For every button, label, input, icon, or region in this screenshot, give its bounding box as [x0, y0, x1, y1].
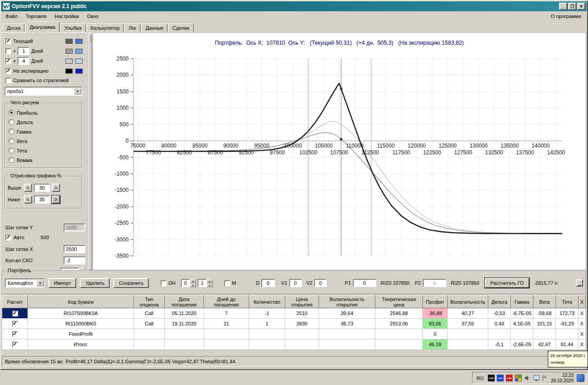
col-header-vega[interactable]: Вега: [533, 296, 556, 308]
grid-step-x-input[interactable]: [64, 245, 85, 253]
flag-icon[interactable]: [542, 375, 548, 381]
spin-down-icon[interactable]: [190, 283, 196, 287]
col-header-calc[interactable]: Расчет: [2, 296, 28, 308]
tab-dannye[interactable]: Данные: [141, 23, 167, 32]
col-header-quantity[interactable]: Количество: [249, 296, 285, 308]
lav-blue-icon[interactable]: LAV: [497, 375, 504, 381]
col-header-days-left[interactable]: Дней до погашения: [204, 296, 249, 308]
dh-checkbox[interactable]: [161, 280, 167, 286]
plus1-color-swatch-1[interactable]: [65, 49, 73, 54]
radio-row-profit[interactable]: Прибыль: [9, 108, 82, 117]
d-input[interactable]: [261, 279, 275, 287]
dh-spin1-input[interactable]: [181, 279, 190, 287]
plus1-days-checkbox[interactable]: [5, 48, 11, 54]
menu-trade[interactable]: Торговля: [22, 12, 51, 21]
current-color-swatch-1[interactable]: [65, 39, 73, 44]
lav-black-icon[interactable]: LAV: [488, 375, 495, 381]
menu-settings[interactable]: Настройки: [51, 12, 83, 21]
col-header-type[interactable]: Тип опциона: [134, 296, 165, 308]
speaker-icon[interactable]: [524, 375, 531, 381]
sko-count-input[interactable]: [64, 256, 85, 264]
plus4-days-checkbox[interactable]: [5, 58, 11, 64]
col-header-theta[interactable]: Тета: [556, 296, 579, 308]
row-calc-cell[interactable]: [2, 308, 28, 319]
tab-sdelki[interactable]: Сделки: [168, 23, 194, 32]
close-button[interactable]: ✕: [577, 3, 585, 10]
vomma-radio[interactable]: [9, 157, 14, 163]
v1-input[interactable]: [289, 279, 302, 287]
theta-radio[interactable]: [9, 148, 14, 153]
m-checkbox[interactable]: [224, 280, 230, 286]
tab-diagramma[interactable]: Диаграмма: [25, 22, 59, 32]
row-delete-button[interactable]: Х: [579, 339, 586, 350]
radio-row-vega[interactable]: Вега: [9, 136, 82, 146]
tab-kalkulyator[interactable]: Калькулятор: [87, 23, 124, 32]
below-increase-button[interactable]: >: [52, 195, 60, 204]
plus4-color-swatch-2[interactable]: [75, 59, 83, 64]
expiration-color-swatch-2[interactable]: [75, 69, 83, 74]
radio-row-theta[interactable]: Тета: [9, 146, 82, 155]
p2-input[interactable]: [423, 279, 446, 287]
dh-spinner-2[interactable]: [198, 279, 213, 287]
tab-doska[interactable]: Доска: [3, 23, 24, 32]
v2-input[interactable]: [314, 279, 327, 287]
menu-file[interactable]: Файл: [1, 12, 22, 21]
auto-checkbox[interactable]: [5, 235, 11, 241]
row-calc-checkbox[interactable]: [12, 342, 18, 348]
plus4-color-swatch-1[interactable]: [65, 59, 73, 64]
row-delete-button[interactable]: Х: [579, 319, 586, 329]
profit-radio[interactable]: [9, 110, 14, 116]
current-line-checkbox[interactable]: [5, 38, 11, 44]
save-button[interactable]: Сохранить: [113, 278, 149, 288]
days-count-input[interactable]: [60, 268, 79, 270]
col-header-open-price[interactable]: Цена открытия: [285, 296, 319, 308]
spin-up-icon[interactable]: [190, 279, 196, 283]
panel-splitter[interactable]: [88, 33, 92, 270]
plus1-days-input[interactable]: [18, 47, 29, 55]
row-delete-button[interactable]: Х: [579, 308, 586, 319]
col-header-volatility[interactable]: Волатильность: [448, 296, 488, 308]
lav-red-icon[interactable]: LAV: [506, 375, 513, 381]
row-calc-checkbox[interactable]: [12, 331, 18, 337]
import-button[interactable]: Импорт: [48, 278, 76, 288]
strategy-select[interactable]: проба1 ▼: [5, 87, 82, 96]
above-decrease-button[interactable]: <: [24, 184, 32, 192]
above-increase-button[interactable]: >: [52, 184, 60, 192]
restore-button[interactable]: ❐: [568, 3, 576, 10]
col-header-theo-price[interactable]: Теоретическая цена: [375, 296, 423, 308]
tab-ulybka[interactable]: Улыбка: [60, 23, 86, 32]
col-header-profit[interactable]: Профит: [423, 296, 448, 308]
radio-row-gamma[interactable]: Гамма: [9, 127, 82, 136]
expiration-color-swatch-1[interactable]: [65, 69, 73, 74]
chevron-down-icon[interactable]: ▼: [74, 88, 81, 94]
col-header-gamma[interactable]: Гамма: [511, 296, 533, 308]
row-calc-cell[interactable]: [2, 339, 28, 350]
delta-radio[interactable]: [9, 119, 14, 125]
radio-row-delta[interactable]: Дельта: [9, 117, 82, 127]
below-decrease-button[interactable]: <: [24, 195, 32, 204]
menu-about[interactable]: О программе: [546, 12, 587, 21]
p1-input[interactable]: [353, 279, 376, 287]
col-header-delta[interactable]: Дельта: [488, 296, 511, 308]
radio-row-vomma[interactable]: Вомма: [9, 155, 82, 165]
minimize-button[interactable]: _: [559, 3, 567, 10]
days-count-spinner[interactable]: [79, 268, 85, 270]
taskbar[interactable]: RU LAV LAV LAV 22:23 29.10.2020: [0, 370, 588, 385]
row-delete-button[interactable]: Х: [579, 329, 586, 339]
payoff-chart[interactable]: 25002000150010005000-500-1000-1500-2000-…: [93, 33, 586, 270]
below-percent-input[interactable]: [34, 195, 50, 204]
row-calc-checkbox[interactable]: [12, 321, 18, 327]
expiration-checkbox[interactable]: [5, 68, 11, 74]
chevron-down-icon[interactable]: ▼: [37, 280, 44, 286]
tab-log[interactable]: Лог: [125, 23, 140, 32]
plus4-days-input[interactable]: [18, 57, 29, 65]
col-header-open-vol[interactable]: Волатильность открытия: [319, 296, 375, 308]
preset-select[interactable]: КалендКол ▼: [5, 278, 45, 288]
vega-radio[interactable]: [9, 138, 14, 144]
col-header-code[interactable]: Код бумаги: [28, 296, 134, 308]
cube-icon[interactable]: [515, 375, 522, 381]
calc-go-button[interactable]: Рассчитать ГО: [485, 278, 529, 288]
compare-strategy-checkbox[interactable]: [5, 78, 11, 83]
monitor-icon[interactable]: [533, 375, 540, 381]
network-icon[interactable]: [577, 374, 584, 382]
